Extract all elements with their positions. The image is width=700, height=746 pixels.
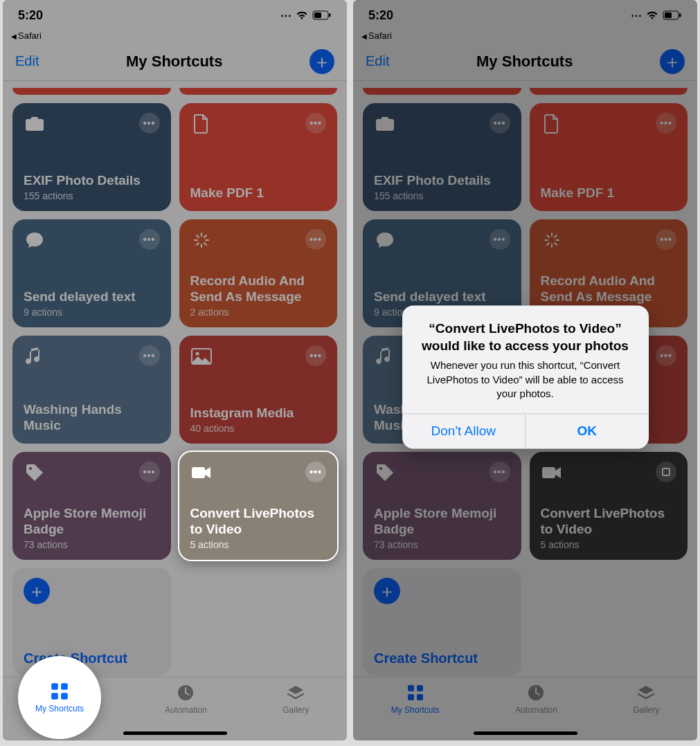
- shortcut-card-exif[interactable]: •••EXIF Photo Details155 actions: [12, 103, 171, 211]
- shortcut-card-pdf[interactable]: •••Make PDF 1: [530, 103, 688, 211]
- doc-icon: [190, 113, 213, 135]
- shortcut-card-insta[interactable]: •••Instagram Media40 actions: [179, 336, 338, 444]
- card-options-button[interactable]: •••: [305, 345, 326, 366]
- svg-rect-26: [417, 685, 423, 691]
- partial-card: [12, 88, 171, 95]
- tab-automation[interactable]: Automation: [165, 683, 207, 715]
- shortcut-card-live[interactable]: •••Convert LivePhotos to Video5 actions: [179, 452, 338, 560]
- svg-rect-7: [192, 467, 205, 478]
- svg-rect-1: [314, 12, 321, 18]
- video-icon: [541, 462, 563, 484]
- music-icon: [374, 345, 396, 367]
- card-options-button[interactable]: •••: [656, 113, 676, 134]
- card-options-button[interactable]: •••: [139, 229, 160, 250]
- partial-card: [363, 88, 521, 95]
- card-title: EXIF Photo Details: [374, 173, 510, 189]
- card-title: Convert LivePhotos to Video: [190, 506, 327, 538]
- music-icon: [24, 345, 46, 367]
- tab-automation[interactable]: Automation: [515, 683, 557, 715]
- card-options-button[interactable]: •••: [305, 113, 326, 134]
- camera-icon: [24, 113, 46, 135]
- wifi-icon: [646, 10, 658, 20]
- card-options-button[interactable]: •••: [139, 345, 160, 366]
- svg-rect-15: [51, 693, 58, 700]
- alert-dont-allow-button[interactable]: Don't Allow: [402, 415, 526, 449]
- tag-icon: [24, 462, 46, 484]
- card-subtitle: 73 actions: [374, 539, 510, 550]
- nav-bar: Edit My Shortcuts ＋: [353, 42, 697, 81]
- chat-icon: [374, 229, 396, 251]
- partial-card: [530, 88, 688, 95]
- svg-rect-27: [408, 694, 414, 700]
- battery-icon: [663, 10, 682, 20]
- status-bar: 5:20 ⋯: [3, 0, 347, 30]
- card-title: Make PDF 1: [190, 185, 327, 201]
- shortcut-card-exif[interactable]: •••EXIF Photo Details155 actions: [363, 103, 521, 211]
- create-label: Create Shortcut: [374, 651, 510, 666]
- card-title: Washing Hands Music: [24, 402, 160, 434]
- shortcut-card-delay[interactable]: •••Send delayed text9 actions: [12, 219, 171, 327]
- card-title: Send delayed text: [374, 289, 510, 305]
- edit-button[interactable]: Edit: [366, 53, 389, 69]
- tab-gallery[interactable]: Gallery: [633, 683, 659, 715]
- card-subtitle: 40 actions: [190, 423, 327, 434]
- card-options-button[interactable]: •••: [305, 462, 326, 482]
- status-bar: 5:20 ⋯: [353, 0, 697, 30]
- home-indicator[interactable]: [474, 731, 577, 735]
- add-shortcut-button[interactable]: ＋: [309, 49, 334, 74]
- plus-icon: ＋: [24, 578, 50, 604]
- create-shortcut-card[interactable]: ＋Create Shortcut: [12, 568, 171, 676]
- tab-bar: My Shortcuts Automation Gallery: [353, 677, 697, 740]
- page-title: My Shortcuts: [126, 53, 222, 71]
- svg-rect-2: [329, 14, 331, 17]
- alert-message: Whenever you run this shortcut, “Convert…: [416, 359, 635, 401]
- svg-rect-24: [542, 467, 555, 478]
- home-indicator[interactable]: [123, 731, 227, 735]
- camera-icon: [374, 113, 396, 135]
- back-to-app[interactable]: Safari: [353, 30, 697, 42]
- status-indicators: ⋯: [280, 9, 332, 22]
- card-title: Record Audio And Send As Message: [190, 273, 327, 305]
- add-shortcut-button[interactable]: ＋: [660, 49, 685, 74]
- shortcut-card-pdf[interactable]: •••Make PDF 1: [179, 103, 338, 211]
- card-subtitle: 2 actions: [190, 307, 327, 318]
- card-title: EXIF Photo Details: [24, 173, 160, 189]
- screenshot-left: 5:20 ⋯ Safari Edit My Shortcuts ＋ •••EXI…: [3, 0, 347, 740]
- edit-button[interactable]: Edit: [15, 53, 39, 69]
- stop-icon[interactable]: [656, 462, 676, 482]
- chat-icon: [24, 229, 46, 251]
- partial-card: [179, 88, 338, 95]
- card-options-button[interactable]: •••: [139, 462, 160, 482]
- card-options-button[interactable]: •••: [490, 113, 510, 134]
- alert-ok-button[interactable]: OK: [525, 415, 649, 449]
- video-icon: [190, 462, 213, 484]
- card-options-button[interactable]: •••: [656, 345, 676, 366]
- shortcut-card-wash[interactable]: •••Washing Hands Music: [12, 336, 171, 444]
- card-subtitle: 155 actions: [24, 190, 160, 201]
- tab-my-shortcuts[interactable]: My Shortcuts: [391, 683, 440, 715]
- tab-gallery[interactable]: Gallery: [282, 683, 309, 715]
- card-options-button[interactable]: •••: [305, 229, 326, 250]
- card-title: Apple Store Memoji Badge: [24, 506, 160, 538]
- wand-icon: [190, 229, 213, 251]
- screenshot-right: 5:20 ⋯ Safari Edit My Shortcuts ＋ •••EXI…: [353, 0, 697, 740]
- shortcut-card-live[interactable]: Convert LivePhotos to Video5 actions: [530, 452, 688, 560]
- page-title: My Shortcuts: [476, 53, 573, 71]
- tab-label: Automation: [515, 705, 557, 715]
- svg-rect-18: [665, 12, 672, 18]
- card-options-button[interactable]: •••: [490, 462, 510, 482]
- card-options-button[interactable]: •••: [139, 113, 160, 134]
- svg-rect-28: [417, 694, 423, 700]
- shortcut-card-audio[interactable]: •••Record Audio And Send As Message2 act…: [179, 219, 338, 327]
- create-shortcut-card[interactable]: ＋Create Shortcut: [363, 568, 521, 676]
- svg-rect-13: [51, 683, 58, 690]
- wifi-icon: [296, 10, 308, 20]
- card-options-button[interactable]: •••: [490, 229, 510, 250]
- svg-rect-19: [679, 14, 681, 17]
- plus-icon: ＋: [374, 578, 400, 604]
- svg-rect-16: [61, 693, 68, 700]
- shortcut-card-memoji[interactable]: •••Apple Store Memoji Badge73 actions: [363, 452, 521, 560]
- shortcut-card-memoji[interactable]: •••Apple Store Memoji Badge73 actions: [12, 452, 171, 560]
- back-to-app[interactable]: Safari: [3, 30, 347, 42]
- card-options-button[interactable]: •••: [656, 229, 676, 250]
